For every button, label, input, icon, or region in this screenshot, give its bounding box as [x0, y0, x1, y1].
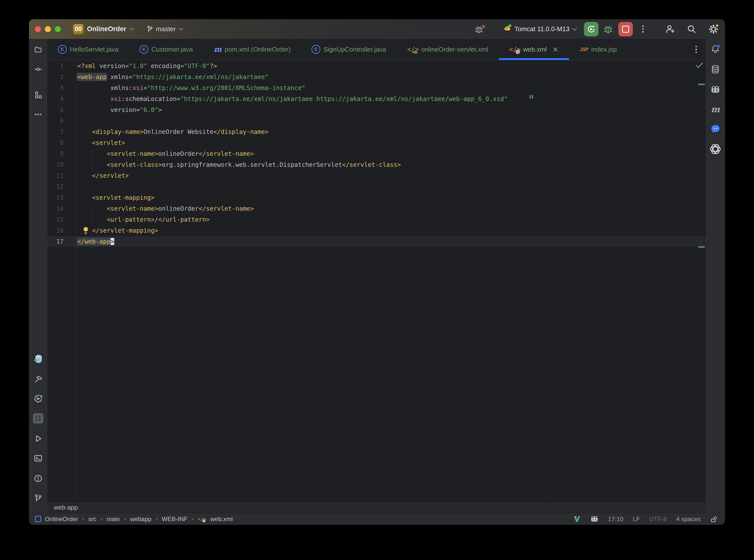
code-line[interactable]: <servlet>: [77, 137, 508, 148]
code-lines: <?xml version="1.0" encoding="UTF-8"?><w…: [77, 61, 508, 247]
database-tool-button[interactable]: [706, 64, 725, 74]
module-icon: [35, 516, 41, 522]
tab-label: pom.xml (OnlineOrder): [225, 46, 291, 53]
gopher-plugin-button[interactable]: [29, 354, 47, 364]
maven-icon: m: [214, 46, 222, 53]
intention-bulb-icon[interactable]: [82, 226, 90, 235]
path-segment[interactable]: WEB-INF: [162, 516, 187, 523]
problems-icon: [34, 474, 43, 483]
path-segment[interactable]: OnlineOrder: [45, 516, 78, 523]
copilot-tool-button[interactable]: [706, 84, 725, 95]
vim-plugin-icon[interactable]: [573, 515, 581, 523]
code-line[interactable]: <servlet-mapping>: [77, 192, 508, 203]
code-line[interactable]: <display-name>OnlineOrder Website</displ…: [77, 126, 508, 137]
debugger-unavailable-icon[interactable]: [475, 24, 485, 34]
copilot-icon: [710, 85, 720, 94]
editor-tab[interactable]: mpom.xml (OnlineOrder): [203, 39, 301, 60]
add-user-button[interactable]: [665, 24, 675, 34]
more-actions-menu[interactable]: [640, 25, 646, 33]
hammer-icon: [34, 375, 43, 383]
editor-tab[interactable]: </>web.xml×: [499, 39, 569, 60]
debug-button[interactable]: [603, 24, 613, 34]
stop-button[interactable]: [618, 22, 633, 36]
file-path-breadcrumb[interactable]: OnlineOrder›src›main›webapp›WEB-INF›</>w…: [35, 515, 233, 523]
line-number: 17: [47, 236, 77, 247]
line-number: 15: [47, 214, 77, 225]
tab-options-menu[interactable]: [694, 46, 699, 53]
caret-position[interactable]: 17:10: [608, 516, 623, 523]
java-class-icon: C: [139, 45, 148, 54]
editor-tab-bar: CHelloServlet.javaCCustomer.javampom.xml…: [47, 39, 706, 60]
code-line[interactable]: <?xml version="1.0" encoding="UTF-8"?>: [77, 61, 508, 72]
code-line[interactable]: <servlet-name>onlineOrder</servlet-name>: [77, 148, 508, 159]
minimize-window-button[interactable]: [45, 26, 51, 32]
line-number: 7: [47, 126, 77, 137]
code-line[interactable]: [77, 181, 508, 192]
project-avatar: 00: [73, 24, 83, 35]
editor-tab[interactable]: CSignUpController.java: [301, 39, 396, 60]
database-icon: [710, 64, 720, 74]
project-name: OnlineOrder: [87, 25, 126, 33]
editor-tab[interactable]: JSPindex.jsp: [569, 39, 627, 60]
code-line[interactable]: <servlet-name>onlineOrder</servlet-name>: [77, 203, 508, 214]
git-tool-button[interactable]: [29, 493, 47, 503]
line-number: 5: [47, 104, 77, 116]
fullscreen-window-button[interactable]: [55, 26, 61, 32]
search-everywhere-button[interactable]: [687, 24, 697, 34]
brackets-tool-button[interactable]: [29, 414, 47, 423]
vcs-change-marker: [698, 83, 705, 85]
problems-tool-button[interactable]: [29, 474, 47, 483]
terminal-tool-button[interactable]: [29, 453, 47, 463]
branch-widget[interactable]: master: [146, 25, 182, 33]
copilot-status-icon[interactable]: [590, 515, 599, 523]
code-line[interactable]: [77, 116, 508, 126]
services-tool-button[interactable]: [29, 394, 47, 404]
project-widget[interactable]: 00 OnlineOrder: [73, 24, 133, 35]
maven-tool-button[interactable]: m: [706, 104, 725, 114]
rerun-button[interactable]: [584, 22, 598, 36]
file-encoding[interactable]: UTF-8: [650, 516, 667, 523]
code-line[interactable]: </web-app>: [77, 236, 508, 247]
build-tool-button[interactable]: [29, 374, 47, 384]
openai-tool-button[interactable]: [706, 144, 725, 154]
code-line[interactable]: <web-app xmlns="https://jakarta.ee/xml/n…: [77, 72, 508, 82]
jsp-file-icon: JSP: [579, 47, 588, 52]
structure-breadcrumbs[interactable]: web-app: [47, 502, 706, 513]
commit-tool-button[interactable]: [29, 64, 47, 74]
close-window-button[interactable]: [35, 26, 41, 32]
code-editor[interactable]: 1234567891011121314151617 <?xml version=…: [47, 60, 706, 502]
more-tool-windows-button[interactable]: [29, 109, 47, 119]
editor-tab[interactable]: CCustomer.java: [129, 39, 203, 60]
editor-tab[interactable]: </>onlineOrder-servlet.xml: [397, 39, 499, 60]
chat-tool-button[interactable]: [706, 124, 725, 134]
run-tool-button[interactable]: [29, 434, 47, 444]
chevron-right-icon: ›: [155, 515, 158, 523]
line-number: 14: [47, 203, 77, 214]
path-segment[interactable]: webapp: [130, 516, 152, 523]
path-segment[interactable]: web.xml: [211, 516, 233, 523]
code-line[interactable]: version="6.0">: [77, 104, 508, 116]
editor-tab[interactable]: CHelloServlet.java: [47, 39, 129, 60]
breadcrumb-tag[interactable]: web-app: [54, 504, 78, 511]
inspections-ok-icon[interactable]: [695, 62, 703, 69]
code-line[interactable]: <servlet-class>org.springframework.web.s…: [77, 159, 508, 170]
branch-name: master: [156, 25, 176, 33]
code-line[interactable]: xsi:schemaLocation="https://jakarta.ee/x…: [77, 94, 508, 104]
path-segment[interactable]: main: [107, 516, 120, 523]
code-line[interactable]: </servlet-mapping>: [77, 225, 508, 236]
code-line[interactable]: <url-pattern>/</url-pattern>: [77, 214, 508, 225]
notifications-button[interactable]: [706, 44, 725, 54]
line-ending[interactable]: LF: [633, 516, 640, 523]
code-line[interactable]: </servlet>: [77, 170, 508, 181]
structure-tool-button[interactable]: [29, 90, 47, 100]
close-tab-icon[interactable]: ×: [552, 46, 558, 53]
maven-icon: m: [711, 105, 720, 114]
path-segment[interactable]: src: [88, 516, 97, 523]
title-bar: 00 OnlineOrder master: [29, 19, 725, 39]
run-configuration-selector[interactable]: Tomcat 11.0.0-M13: [502, 24, 576, 35]
project-tool-button[interactable]: [29, 45, 47, 55]
unlock-icon[interactable]: [710, 515, 718, 523]
indent-setting[interactable]: 4 spaces: [676, 516, 701, 523]
code-line[interactable]: xmlns:xsi="http://www.w3.org/2001/XMLSch…: [77, 82, 508, 94]
settings-gear-button[interactable]: [708, 24, 719, 35]
